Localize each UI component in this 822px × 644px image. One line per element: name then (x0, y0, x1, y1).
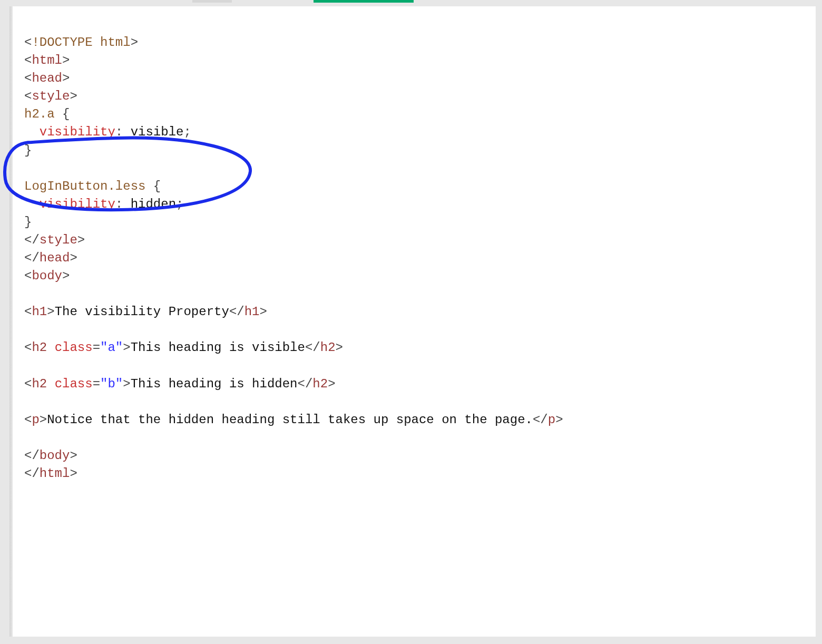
code-token: html (100, 35, 131, 50)
code-token: h2 (320, 340, 336, 355)
code-token: " (115, 340, 123, 355)
code-token: style (40, 233, 77, 247)
code-token: > (328, 377, 335, 391)
code-token: html (32, 53, 62, 67)
code-token: > (555, 413, 563, 427)
code-content[interactable]: <!DOCTYPE html> <html> <head> <style> h2… (24, 34, 804, 483)
code-blank-line (24, 431, 32, 445)
code-token: h2 (312, 377, 328, 391)
page-wrap: <!DOCTYPE html> <html> <head> <style> h2… (0, 0, 822, 644)
code-token: visibility (40, 125, 115, 139)
code-token: </ (298, 377, 313, 391)
tab-indicator-inactive (192, 0, 232, 3)
code-token: < (24, 340, 32, 355)
code-token: < (24, 89, 32, 103)
code-blank-line (24, 358, 32, 373)
code-token: ; (176, 197, 183, 211)
code-token (55, 107, 62, 121)
code-token: </ (229, 305, 244, 319)
code-token: </ (24, 233, 40, 247)
code-token: style (32, 89, 70, 103)
code-token: = (93, 377, 100, 391)
code-token: a (107, 340, 115, 355)
code-token: </ (533, 413, 548, 427)
code-token: } (24, 215, 32, 229)
code-token: h2 (32, 377, 47, 391)
code-token: > (77, 233, 85, 247)
code-token: > (131, 35, 138, 50)
code-token: > (62, 71, 70, 85)
code-token: </ (24, 448, 40, 463)
code-token: hidden (131, 197, 176, 211)
code-token: > (62, 269, 70, 283)
code-token: < (24, 53, 32, 67)
code-token: < (24, 269, 32, 283)
code-token: > (70, 251, 77, 265)
code-token: head (32, 71, 62, 85)
code-token: visible (131, 125, 184, 139)
code-token: </ (24, 251, 40, 265)
code-token: h2 (32, 340, 47, 355)
code-token: body (32, 269, 62, 283)
code-token (145, 179, 153, 193)
code-token (123, 197, 130, 211)
code-token: body (40, 448, 70, 463)
code-token: < (24, 71, 32, 85)
code-token (24, 197, 40, 211)
code-token: h2.a (24, 107, 55, 121)
code-token (123, 125, 130, 139)
code-token (24, 125, 40, 139)
code-token: > (70, 466, 77, 481)
code-token: visibility (40, 197, 115, 211)
code-token: " (100, 377, 107, 391)
code-token: </ (24, 466, 40, 481)
code-token: < (24, 377, 32, 391)
code-token: { (62, 107, 70, 121)
tab-indicator-active (314, 0, 414, 3)
code-token: < (24, 305, 32, 319)
code-token: > (62, 53, 70, 67)
code-token: class (55, 377, 93, 391)
code-token: { (153, 179, 161, 193)
code-token: > (123, 340, 130, 355)
code-token: b (107, 377, 115, 391)
code-token: h1 (244, 305, 260, 319)
code-token: : (115, 197, 123, 211)
code-token: " (115, 377, 123, 391)
code-token: !DOCTYPE (32, 35, 92, 50)
code-token: LogInButton.less (24, 179, 145, 193)
code-token: < (24, 413, 32, 427)
code-token: The visibility Property (55, 305, 229, 319)
code-token: : (115, 125, 123, 139)
code-token (47, 377, 54, 391)
code-blank-line (24, 161, 32, 175)
code-token: > (70, 448, 77, 463)
code-token: > (336, 340, 343, 355)
code-token (47, 340, 54, 355)
code-token: > (260, 305, 267, 319)
code-blank-line (24, 287, 32, 301)
code-token (93, 35, 100, 50)
code-token: p (32, 413, 39, 427)
code-token: html (40, 466, 70, 481)
code-token: This heading is hidden (131, 377, 298, 391)
code-token: head (40, 251, 70, 265)
code-blank-line (24, 395, 32, 409)
code-token: " (100, 340, 107, 355)
code-token: Notice that the hidden heading still tak… (47, 413, 533, 427)
code-token: > (47, 305, 54, 319)
code-token: h1 (32, 305, 47, 319)
code-editor[interactable]: <!DOCTYPE html> <html> <head> <style> h2… (13, 6, 816, 637)
code-token: > (70, 89, 77, 103)
code-token: = (93, 340, 100, 355)
code-token: This heading is visible (131, 340, 305, 355)
code-token: > (40, 413, 47, 427)
code-token: < (24, 35, 32, 50)
code-token: </ (305, 340, 320, 355)
code-token: class (55, 340, 93, 355)
code-token: p (548, 413, 555, 427)
code-token: } (24, 143, 32, 158)
code-blank-line (24, 323, 32, 337)
code-token: > (123, 377, 130, 391)
code-token: ; (183, 125, 191, 139)
